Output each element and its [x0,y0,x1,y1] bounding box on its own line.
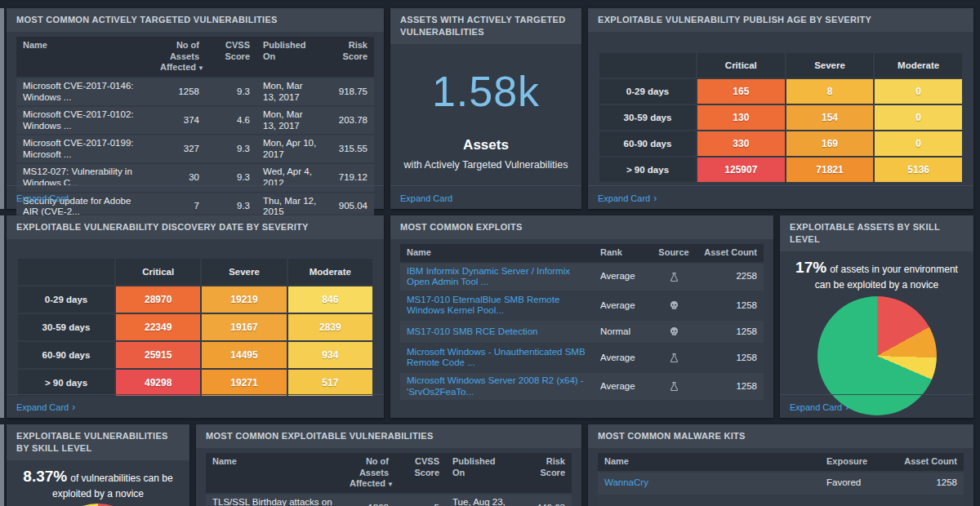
heatmap-value-cell: 19219 [202,286,286,313]
column-header[interactable]: No of Assets Affected▼ [154,37,206,77]
heatmap-value-cell: 71821 [786,158,874,182]
skill-summary: 8.37%of vulnerabilities can be exploited… [16,465,180,502]
skill-summary: 17%of assets in your environment can be … [790,256,964,293]
column-header: Source [651,244,697,262]
column-header: Name [16,37,154,77]
risk-score-cell: 446.63 [513,500,572,506]
assets-affected-cell: 1258 [154,84,206,100]
heatmap-corner-cell [599,53,696,78]
table-row: MS17-010 EternalBlue SMB Remote Windows … [400,292,764,319]
heatmap-value-cell: 14495 [202,342,286,368]
severity-column-header: Critical [116,259,200,285]
heatmap-value-cell: 130 [697,105,785,130]
card-exploitable-vulns-skill: EXPLOITABLE VULNERABILITIES BY SKILL LEV… [7,424,189,506]
table-row: Microsoft CVE-2017-0199: Microsoft ...32… [16,135,374,162]
table-header-row: NameNo of Assets Affected▼CVSS ScorePubl… [16,37,374,77]
heatmap-corner-cell [18,259,114,285]
expand-card-link[interactable]: Expand Card› [790,402,849,412]
expand-card-link[interactable]: Expand Card [400,193,452,203]
expand-card-link[interactable]: Expand Card› [16,402,75,412]
rank-cell: Average [594,350,651,366]
heatmap-value-cell: 28970 [116,286,200,313]
table-row [598,496,964,506]
card-title: MOST COMMON ACTIVELY TARGETED VULNERABIL… [7,8,384,32]
dashboard: MOST COMMON ACTIVELY TARGETED VULNERABIL… [0,0,980,506]
column-header: CVSS Score [395,453,446,493]
asset-count-cell: 1258 [697,298,764,314]
card-discovery-date-heatmap: EXPLOITABLE VULNERABILITY DISCOVERY DATE… [7,215,384,418]
column-header: Asset Count [697,244,764,262]
exploit-name-link[interactable]: MS17-010 SMB RCE Detection [407,326,537,336]
exploit-name-link[interactable]: IBM Informix Dynamic Server / Informix O… [407,266,570,287]
exposure-cell: Favored [820,475,895,491]
table-header-row: NameNo of Assets Affected▼CVSS ScorePubl… [206,453,572,493]
card-malware-kits: MOST COMMON MALWARE KITS NameExposureAss… [588,424,973,506]
column-header: Rank [594,244,651,262]
card-assets-stat: ASSETS WITH ACTIVELY TARGETED VULNERABIL… [390,8,581,209]
cvss-score-cell: 5 [395,500,446,506]
vuln-name-cell: TLS/SSL Birthday attacks on 64-bit bl... [206,495,343,506]
malware-name-cell: WannaCry [598,475,820,491]
published-on-cell: Mon, Mar 13, 2017 [256,107,323,134]
rank-cell: Average [594,379,651,395]
severity-column-header: Moderate [288,259,372,285]
card-title: EXPLOITABLE VULNERABILITIES BY SKILL LEV… [7,424,189,460]
vuln-name-cell: Microsoft CVE-2017-0199: Microsoft ... [16,135,154,162]
assets-count-stat: 1.58k [390,67,581,116]
asset-count-cell: 1258 [697,350,764,366]
rank-cell: Average [594,269,651,285]
severity-column-header: Severe [786,53,874,78]
age-row-label: 30-59 days [599,105,696,130]
flask-icon [651,269,697,285]
age-row-label: > 90 days [599,158,696,182]
asset-count-cell: 1258 [895,475,964,491]
heatmap-value-cell: 846 [288,286,372,313]
column-header: Name [598,453,820,471]
asset-count-cell [895,496,964,501]
table-row: Microsoft Windows Server 2008 R2 (x64) -… [400,373,764,400]
offscreen-card-sliver [0,8,4,209]
heatmap-value-cell: 22349 [116,314,200,340]
vulns-skill-pie-chart [48,504,148,506]
assets-affected-cell: 1868 [343,500,395,506]
age-row-label: 60-90 days [18,342,114,368]
severity-column-header: Critical [697,53,785,78]
skull-icon [651,298,697,314]
exploit-name-link[interactable]: Microsoft Windows - Unauthenticated SMB … [407,347,586,368]
heatmap-value-cell: 19271 [202,370,286,396]
card-title: MOST COMMON EXPLOITABLE VULNERABILITIES [196,424,581,448]
age-row-label: 30-59 days [18,314,114,340]
published-on-cell: Tue, Aug 23, 2016 [446,495,513,506]
heatmap-value-cell: 330 [697,131,785,156]
chevron-right-icon: › [845,402,849,413]
expand-card-link[interactable]: Expand Card› [598,193,657,203]
risk-score-cell: 918.75 [323,84,374,100]
card-footer: Expand Card [7,185,384,209]
exploit-name-link[interactable]: MS17-010 EternalBlue SMB Remote Windows … [407,295,559,316]
heatmap-value-cell: 0 [875,131,962,156]
exploits-table: NameRankSourceAsset CountIBM Informix Dy… [400,244,764,400]
column-header[interactable]: No of Assets Affected▼ [343,453,395,493]
table-row: TLS/SSL Birthday attacks on 64-bit bl...… [206,495,572,506]
skull-icon [651,324,697,340]
card-targeted-vulnerabilities: MOST COMMON ACTIVELY TARGETED VULNERABIL… [7,8,384,209]
column-header: Name [400,244,594,262]
skill-percent-stat: 8.37% [23,468,67,485]
column-header: Risk Score [513,453,572,493]
expand-card-link[interactable]: Expand Card [16,193,69,203]
malware-name-link[interactable]: WannaCry [604,477,648,487]
cvss-score-cell: 9.3 [206,84,256,100]
column-header: Published On [256,37,323,77]
age-row-label: > 90 days [18,370,114,396]
heatmap-value-cell: 165 [697,79,785,104]
card-title: ASSETS WITH ACTIVELY TARGETED VULNERABIL… [390,8,581,44]
table-row: Microsoft Windows - Unauthenticated SMB … [400,344,764,371]
cvss-score-cell: 4.6 [206,113,256,129]
heatmap-value-cell: 25915 [116,342,200,368]
card-footer: Expand Card› [780,394,973,418]
flask-icon [651,350,697,366]
sort-desc-icon: ▼ [198,64,204,72]
column-header: Risk Score [323,37,374,77]
exploit-name-link[interactable]: Microsoft Windows Server 2008 R2 (x64) -… [407,375,584,397]
card-exploitable-vulnerabilities: MOST COMMON EXPLOITABLE VULNERABILITIES … [196,424,581,506]
